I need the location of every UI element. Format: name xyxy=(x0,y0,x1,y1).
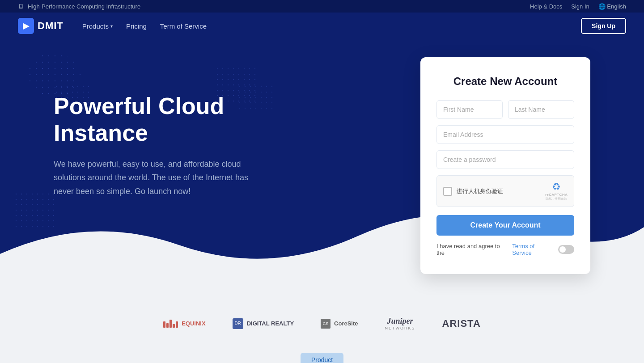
banner-text: High-Performance Computing Infrastructur… xyxy=(28,3,140,10)
digital-realty-label: DIGITAL REALTY xyxy=(247,320,294,327)
first-name-field[interactable] xyxy=(436,100,503,119)
recaptcha-checkbox[interactable] xyxy=(443,187,452,196)
equinix-label: EQUINIX xyxy=(182,320,205,327)
top-banner-left: 🖥 High-Performance Computing Infrastruct… xyxy=(18,3,140,10)
partner-digital-realty: DR DIGITAL REALTY xyxy=(233,318,294,329)
coresite-icon: CS xyxy=(321,319,330,329)
equinix-logo-bars xyxy=(163,320,178,328)
language-selector[interactable]: 🌐 English xyxy=(598,3,626,10)
digital-realty-icon: DR xyxy=(233,318,243,329)
product-button[interactable]: Product xyxy=(301,353,343,363)
last-name-field[interactable] xyxy=(508,100,574,119)
help-docs-link[interactable]: Help & Docs xyxy=(530,3,562,10)
partner-coresite: CS CoreSite xyxy=(321,319,358,329)
logo-symbol: ▶ xyxy=(23,21,29,31)
server-icon: 🖥 xyxy=(18,3,24,10)
terms-toggle[interactable] xyxy=(558,245,574,254)
hero-content: Powerful Cloud Instance We have powerful… xyxy=(54,66,300,198)
top-banner-right: Help & Docs Sign In 🌐 English xyxy=(530,3,626,10)
nav-item-products[interactable]: Products ▾ xyxy=(77,20,118,33)
hero-subtitle: We have powerful, easy to use, and affor… xyxy=(54,157,250,198)
hero-inner: Powerful Cloud Instance We have powerful… xyxy=(54,66,590,274)
juniper-sub-label: NETWORKS xyxy=(385,326,415,330)
navbar-signup-button[interactable]: Sign Up xyxy=(581,18,626,34)
arista-label: ARISTA xyxy=(442,318,481,329)
top-banner: 🖥 High-Performance Computing Infrastruct… xyxy=(0,0,644,13)
recaptcha-text: 进行人机身份验证 xyxy=(457,187,503,195)
hero-title: Powerful Cloud Instance xyxy=(54,93,300,147)
hero-section: Powerful Cloud Instance We have powerful… xyxy=(0,39,644,299)
signup-card-wrapper: Create New Account 进行人机身份验证 ♻ reCAPTCH xyxy=(420,66,590,274)
logo-icon: ▶ xyxy=(18,18,34,34)
terms-row: I have read and agree to the Terms of Se… xyxy=(436,243,574,256)
recaptcha-left: 进行人机身份验证 xyxy=(443,187,503,196)
chevron-down-icon: ▾ xyxy=(110,24,113,29)
partner-juniper: Juniper NETWORKS xyxy=(385,317,415,330)
create-account-button[interactable]: Create Your Account xyxy=(436,215,574,236)
terms-prefix: I have read and agree to the xyxy=(436,243,509,256)
coresite-label: CoreSite xyxy=(334,320,358,327)
nav-item-pricing[interactable]: Pricing xyxy=(121,20,152,33)
nav-links: Products ▾ Pricing Term of Service xyxy=(77,20,212,33)
name-row xyxy=(436,100,574,119)
recaptcha-sub-text: 隐私 - 使用条款 xyxy=(546,197,567,201)
recaptcha-right: ♻ reCAPTCHA 隐私 - 使用条款 xyxy=(545,181,568,201)
juniper-label: Juniper xyxy=(387,317,413,325)
navbar: ▶ DMIT Products ▾ Pricing Term of Servic… xyxy=(0,13,644,39)
password-field[interactable] xyxy=(436,150,574,169)
partners-section: EQUINIX DR DIGITAL REALTY CS CoreSite Ju… xyxy=(0,299,644,344)
partner-equinix: EQUINIX xyxy=(163,320,205,328)
partner-arista: ARISTA xyxy=(442,318,481,329)
recaptcha-brand: reCAPTCHA xyxy=(545,193,568,197)
toggle-knob xyxy=(559,246,566,253)
email-field[interactable] xyxy=(436,125,574,144)
logo[interactable]: ▶ DMIT xyxy=(18,18,64,34)
terms-of-service-link[interactable]: Terms of Service xyxy=(512,243,555,256)
recaptcha-box[interactable]: 进行人机身份验证 ♻ reCAPTCHA 隐私 - 使用条款 xyxy=(436,175,574,207)
card-title: Create New Account xyxy=(436,75,574,88)
sign-in-link[interactable]: Sign In xyxy=(571,3,589,10)
logo-text: DMIT xyxy=(38,20,64,32)
recaptcha-icon: ♻ xyxy=(552,181,561,193)
nav-item-tos[interactable]: Term of Service xyxy=(155,20,212,33)
signup-card: Create New Account 进行人机身份验证 ♻ reCAPTCH xyxy=(420,57,590,274)
bottom-section: Product xyxy=(0,344,644,363)
navbar-left: ▶ DMIT Products ▾ Pricing Term of Servic… xyxy=(18,18,212,34)
